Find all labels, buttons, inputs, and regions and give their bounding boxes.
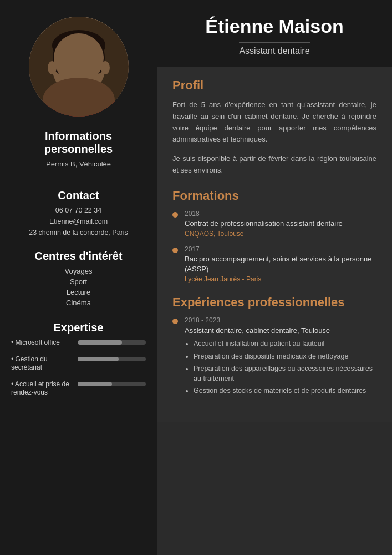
interest-voyages: Voyages [11, 267, 146, 275]
profil-text1: Fort de 5 ans d'expérience en tant qu'as… [172, 99, 376, 145]
svg-rect-2 [71, 80, 86, 97]
exp-bullet-1: Accueil et installation du patient au fa… [194, 339, 376, 349]
avatar [29, 17, 129, 117]
experiences-heading: Expériences professionnelles [172, 295, 376, 310]
contact-title: Contact [11, 189, 146, 202]
svg-point-11 [75, 73, 82, 77]
exp-2018-content: 2018 - 2023 Assistant dentaire, cabinet … [185, 316, 376, 399]
formation-2017-year: 2017 [185, 245, 376, 253]
expertise-accueil-bar [78, 382, 146, 386]
svg-point-14 [62, 79, 95, 93]
timeline-dot-exp [172, 319, 178, 324]
candidate-name: Étienne Maison [174, 16, 375, 37]
timeline-dot [172, 248, 178, 253]
profil-text2: Je suis disponible à partir de février d… [172, 153, 376, 176]
personal-title: Informations personnelles [11, 130, 146, 155]
svg-point-12 [71, 80, 86, 88]
contact-section: Contact 06 07 70 22 34 Etienne@mail.com … [11, 189, 146, 240]
formation-2017-place: Lycée Jean Jaurès - Paris [185, 275, 376, 283]
svg-rect-13 [72, 82, 85, 87]
formation-2017-content: 2017 Bac pro accompagnement, soins et se… [185, 245, 376, 283]
personal-subtitle: Permis B, Véhiculée [11, 160, 146, 168]
exp-bullets-list: Accueil et installation du patient au fa… [185, 339, 376, 396]
formation-item-2017: 2017 Bac pro accompagnement, soins et se… [172, 245, 376, 283]
svg-point-7 [66, 61, 74, 70]
experiences-section: Expériences professionnelles 2018 - 2023… [172, 295, 376, 399]
interest-sport: Sport [11, 278, 146, 286]
expertise-microsoft: • Microsoft office [11, 339, 146, 347]
svg-point-9 [68, 64, 72, 69]
formation-2018-place: CNQAOS, Toulouse [185, 230, 343, 238]
interest-lecture: Lecture [11, 288, 146, 296]
formations-heading: Formations [172, 189, 376, 203]
interest-cinema: Cinéma [11, 299, 146, 307]
expertise-secretariat-fill [78, 357, 119, 361]
formation-2018-title: Contrat de professionnalisation assistan… [185, 219, 343, 229]
header: Étienne Maison Assistant dentaire [157, 0, 392, 67]
personal-section: Informations personnelles Permis B, Véhi… [11, 130, 146, 179]
interests-section: Centres d'intérêt Voyages Sport Lecture … [11, 250, 146, 309]
expertise-secretariat-label: • Gestion du secrétariat [11, 355, 72, 372]
interests-title: Centres d'intérêt [11, 250, 146, 263]
expertise-microsoft-bar [78, 340, 146, 345]
expertise-microsoft-fill [78, 340, 122, 345]
main-content: Étienne Maison Assistant dentaire Profil… [157, 0, 392, 555]
expertise-accueil-label: • Accueil et prise de rendez-vous [11, 380, 72, 397]
expertise-secretariat-bar [78, 357, 146, 361]
svg-point-15 [48, 61, 57, 74]
sidebar: Informations personnelles Permis B, Véhi… [0, 0, 157, 555]
formation-2018-year: 2018 [185, 210, 343, 218]
svg-point-1 [40, 83, 118, 117]
exp-place: Assistant dentaire, cabinet dentaire, To… [185, 326, 376, 335]
formation-2018-content: 2018 Contrat de professionnalisation ass… [185, 210, 343, 238]
expertise-microsoft-label: • Microsoft office [11, 339, 72, 347]
expertise-accueil: • Accueil et prise de rendez-vous [11, 380, 146, 397]
exp-bullet-2: Préparation des dispositifs médicaux de … [194, 352, 376, 362]
expertise-secretariat: • Gestion du secrétariat [11, 355, 146, 372]
profil-heading: Profil [172, 78, 376, 93]
resume-body: Profil Fort de 5 ans d'expérience en tan… [157, 67, 392, 422]
svg-point-3 [52, 38, 105, 95]
exp-bullet-3: Préparation des appareillages ou accesso… [194, 364, 376, 384]
formations-section: Formations 2018 Contrat de professionnal… [172, 189, 376, 284]
exp-item-2018: 2018 - 2023 Assistant dentaire, cabinet … [172, 316, 376, 399]
svg-point-8 [84, 61, 91, 70]
phone: 06 07 70 22 34 [11, 206, 146, 214]
svg-point-10 [85, 64, 90, 69]
candidate-title: Assistant dentaire [239, 42, 309, 56]
profil-section: Profil Fort de 5 ans d'expérience en tan… [172, 78, 376, 176]
formation-2017-title: Bac pro accompagnement, soins et service… [185, 254, 376, 274]
email: Etienne@mail.com [11, 218, 146, 225]
formation-item-2018: 2018 Contrat de professionnalisation ass… [172, 210, 376, 238]
svg-point-4 [52, 30, 105, 61]
expertise-title: Expertise [11, 321, 146, 334]
exp-years: 2018 - 2023 [185, 316, 376, 324]
exp-bullet-4: Gestion des stocks de matériels et de pr… [194, 386, 376, 396]
address: 23 chemin de la concorde, Paris [11, 229, 146, 236]
timeline-dot [172, 212, 178, 218]
svg-point-16 [101, 61, 110, 74]
avatar-image [29, 17, 129, 117]
expertise-section: Expertise • Microsoft office • Gestion d… [11, 321, 146, 405]
expertise-accueil-fill [78, 382, 112, 386]
interests-list: Voyages Sport Lecture Cinéma [11, 267, 146, 307]
